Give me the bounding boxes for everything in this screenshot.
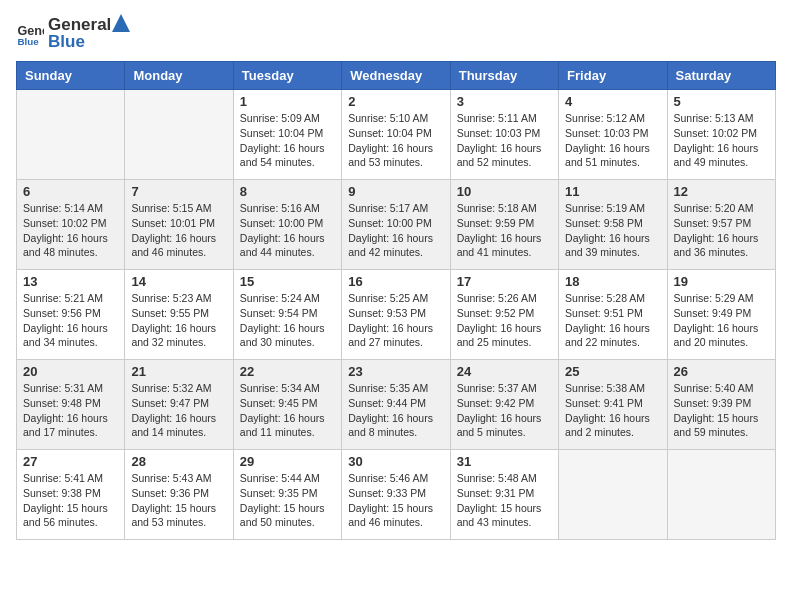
logo: General Blue General Blue (16, 16, 130, 51)
calendar-cell: 19Sunrise: 5:29 AM Sunset: 9:49 PM Dayli… (667, 270, 775, 360)
day-info: Sunrise: 5:19 AM Sunset: 9:58 PM Dayligh… (565, 201, 660, 260)
weekday-header-friday: Friday (559, 62, 667, 90)
calendar-cell: 14Sunrise: 5:23 AM Sunset: 9:55 PM Dayli… (125, 270, 233, 360)
day-number: 14 (131, 274, 226, 289)
calendar-cell: 13Sunrise: 5:21 AM Sunset: 9:56 PM Dayli… (17, 270, 125, 360)
day-number: 5 (674, 94, 769, 109)
day-number: 19 (674, 274, 769, 289)
calendar-week-row: 20Sunrise: 5:31 AM Sunset: 9:48 PM Dayli… (17, 360, 776, 450)
day-number: 15 (240, 274, 335, 289)
day-number: 24 (457, 364, 552, 379)
day-info: Sunrise: 5:21 AM Sunset: 9:56 PM Dayligh… (23, 291, 118, 350)
weekday-header-thursday: Thursday (450, 62, 558, 90)
calendar-cell: 1Sunrise: 5:09 AM Sunset: 10:04 PM Dayli… (233, 90, 341, 180)
day-info: Sunrise: 5:43 AM Sunset: 9:36 PM Dayligh… (131, 471, 226, 530)
day-number: 25 (565, 364, 660, 379)
day-info: Sunrise: 5:29 AM Sunset: 9:49 PM Dayligh… (674, 291, 769, 350)
day-info: Sunrise: 5:15 AM Sunset: 10:01 PM Daylig… (131, 201, 226, 260)
day-info: Sunrise: 5:48 AM Sunset: 9:31 PM Dayligh… (457, 471, 552, 530)
day-info: Sunrise: 5:37 AM Sunset: 9:42 PM Dayligh… (457, 381, 552, 440)
day-info: Sunrise: 5:17 AM Sunset: 10:00 PM Daylig… (348, 201, 443, 260)
calendar-week-row: 6Sunrise: 5:14 AM Sunset: 10:02 PM Dayli… (17, 180, 776, 270)
calendar-cell: 22Sunrise: 5:34 AM Sunset: 9:45 PM Dayli… (233, 360, 341, 450)
calendar-cell (17, 90, 125, 180)
day-info: Sunrise: 5:41 AM Sunset: 9:38 PM Dayligh… (23, 471, 118, 530)
logo-blue-text: Blue (48, 33, 130, 52)
calendar-week-row: 1Sunrise: 5:09 AM Sunset: 10:04 PM Dayli… (17, 90, 776, 180)
logo-icon: General Blue (16, 20, 44, 48)
calendar-cell: 31Sunrise: 5:48 AM Sunset: 9:31 PM Dayli… (450, 450, 558, 540)
weekday-header-sunday: Sunday (17, 62, 125, 90)
day-number: 2 (348, 94, 443, 109)
day-info: Sunrise: 5:11 AM Sunset: 10:03 PM Daylig… (457, 111, 552, 170)
calendar-cell: 30Sunrise: 5:46 AM Sunset: 9:33 PM Dayli… (342, 450, 450, 540)
calendar-cell: 27Sunrise: 5:41 AM Sunset: 9:38 PM Dayli… (17, 450, 125, 540)
day-info: Sunrise: 5:18 AM Sunset: 9:59 PM Dayligh… (457, 201, 552, 260)
day-number: 23 (348, 364, 443, 379)
day-info: Sunrise: 5:13 AM Sunset: 10:02 PM Daylig… (674, 111, 769, 170)
calendar-cell: 9Sunrise: 5:17 AM Sunset: 10:00 PM Dayli… (342, 180, 450, 270)
calendar-cell: 16Sunrise: 5:25 AM Sunset: 9:53 PM Dayli… (342, 270, 450, 360)
weekday-header-tuesday: Tuesday (233, 62, 341, 90)
calendar-cell: 8Sunrise: 5:16 AM Sunset: 10:00 PM Dayli… (233, 180, 341, 270)
weekday-header-monday: Monday (125, 62, 233, 90)
day-number: 26 (674, 364, 769, 379)
calendar-cell: 26Sunrise: 5:40 AM Sunset: 9:39 PM Dayli… (667, 360, 775, 450)
day-number: 22 (240, 364, 335, 379)
day-number: 8 (240, 184, 335, 199)
day-info: Sunrise: 5:24 AM Sunset: 9:54 PM Dayligh… (240, 291, 335, 350)
calendar-cell (125, 90, 233, 180)
calendar-cell (559, 450, 667, 540)
day-number: 29 (240, 454, 335, 469)
calendar-cell: 6Sunrise: 5:14 AM Sunset: 10:02 PM Dayli… (17, 180, 125, 270)
calendar-cell: 20Sunrise: 5:31 AM Sunset: 9:48 PM Dayli… (17, 360, 125, 450)
calendar-cell: 7Sunrise: 5:15 AM Sunset: 10:01 PM Dayli… (125, 180, 233, 270)
weekday-header-saturday: Saturday (667, 62, 775, 90)
page-header: General Blue General Blue (16, 16, 776, 51)
day-number: 30 (348, 454, 443, 469)
day-info: Sunrise: 5:26 AM Sunset: 9:52 PM Dayligh… (457, 291, 552, 350)
calendar-week-row: 27Sunrise: 5:41 AM Sunset: 9:38 PM Dayli… (17, 450, 776, 540)
day-number: 6 (23, 184, 118, 199)
day-number: 10 (457, 184, 552, 199)
day-number: 13 (23, 274, 118, 289)
day-info: Sunrise: 5:28 AM Sunset: 9:51 PM Dayligh… (565, 291, 660, 350)
calendar-cell: 12Sunrise: 5:20 AM Sunset: 9:57 PM Dayli… (667, 180, 775, 270)
day-info: Sunrise: 5:12 AM Sunset: 10:03 PM Daylig… (565, 111, 660, 170)
calendar-cell: 2Sunrise: 5:10 AM Sunset: 10:04 PM Dayli… (342, 90, 450, 180)
svg-marker-3 (112, 14, 130, 32)
day-info: Sunrise: 5:44 AM Sunset: 9:35 PM Dayligh… (240, 471, 335, 530)
day-number: 1 (240, 94, 335, 109)
day-number: 12 (674, 184, 769, 199)
calendar-cell: 10Sunrise: 5:18 AM Sunset: 9:59 PM Dayli… (450, 180, 558, 270)
day-info: Sunrise: 5:31 AM Sunset: 9:48 PM Dayligh… (23, 381, 118, 440)
day-number: 7 (131, 184, 226, 199)
day-number: 4 (565, 94, 660, 109)
calendar-cell: 17Sunrise: 5:26 AM Sunset: 9:52 PM Dayli… (450, 270, 558, 360)
day-info: Sunrise: 5:16 AM Sunset: 10:00 PM Daylig… (240, 201, 335, 260)
day-info: Sunrise: 5:34 AM Sunset: 9:45 PM Dayligh… (240, 381, 335, 440)
day-info: Sunrise: 5:32 AM Sunset: 9:47 PM Dayligh… (131, 381, 226, 440)
day-info: Sunrise: 5:25 AM Sunset: 9:53 PM Dayligh… (348, 291, 443, 350)
calendar-cell: 23Sunrise: 5:35 AM Sunset: 9:44 PM Dayli… (342, 360, 450, 450)
day-number: 31 (457, 454, 552, 469)
weekday-header-wednesday: Wednesday (342, 62, 450, 90)
day-number: 27 (23, 454, 118, 469)
calendar-cell: 28Sunrise: 5:43 AM Sunset: 9:36 PM Dayli… (125, 450, 233, 540)
day-number: 28 (131, 454, 226, 469)
day-info: Sunrise: 5:40 AM Sunset: 9:39 PM Dayligh… (674, 381, 769, 440)
day-number: 16 (348, 274, 443, 289)
calendar-cell: 3Sunrise: 5:11 AM Sunset: 10:03 PM Dayli… (450, 90, 558, 180)
day-number: 20 (23, 364, 118, 379)
day-info: Sunrise: 5:46 AM Sunset: 9:33 PM Dayligh… (348, 471, 443, 530)
calendar-week-row: 13Sunrise: 5:21 AM Sunset: 9:56 PM Dayli… (17, 270, 776, 360)
day-info: Sunrise: 5:09 AM Sunset: 10:04 PM Daylig… (240, 111, 335, 170)
day-number: 18 (565, 274, 660, 289)
day-info: Sunrise: 5:35 AM Sunset: 9:44 PM Dayligh… (348, 381, 443, 440)
calendar-cell: 15Sunrise: 5:24 AM Sunset: 9:54 PM Dayli… (233, 270, 341, 360)
calendar-cell: 18Sunrise: 5:28 AM Sunset: 9:51 PM Dayli… (559, 270, 667, 360)
calendar-cell: 24Sunrise: 5:37 AM Sunset: 9:42 PM Dayli… (450, 360, 558, 450)
day-info: Sunrise: 5:23 AM Sunset: 9:55 PM Dayligh… (131, 291, 226, 350)
logo-triangle-icon (112, 14, 130, 32)
day-info: Sunrise: 5:14 AM Sunset: 10:02 PM Daylig… (23, 201, 118, 260)
